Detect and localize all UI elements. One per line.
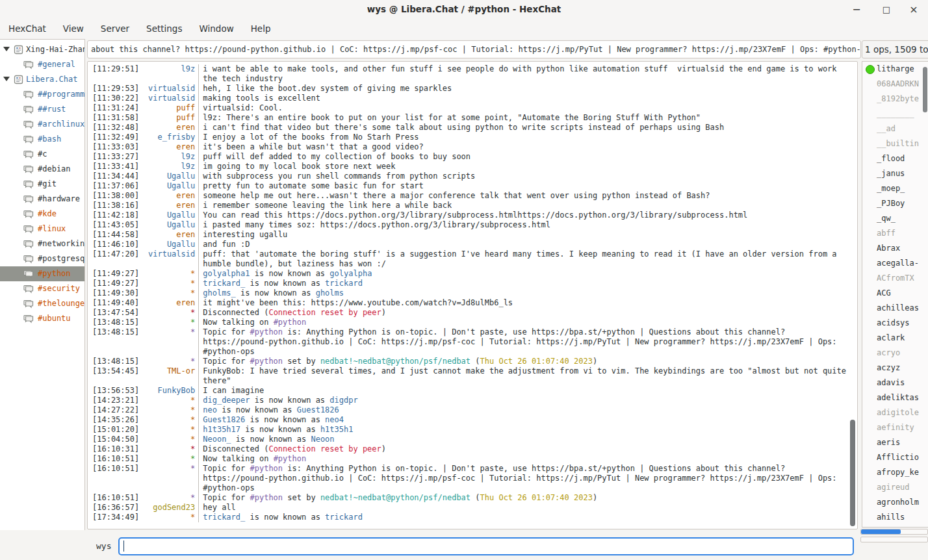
userlist-item-ahmedamer[interactable]: AhmedAmer	[862, 525, 928, 528]
menu-settings[interactable]: Settings	[138, 19, 190, 34]
userlist-item-afflictio[interactable]: Afflictio	[862, 450, 928, 465]
message-nick[interactable]: eren	[139, 142, 195, 152]
userlist-item-adigitole[interactable]: adigitole	[862, 405, 928, 420]
userlist-item-abrax[interactable]: Abrax	[862, 241, 928, 256]
sidebar-item-git[interactable]: #git	[0, 177, 84, 192]
userlist-scrollbar-thumb[interactable]	[923, 67, 927, 112]
userlist-item-litharge[interactable]: litharge	[862, 62, 928, 77]
message-nick[interactable]: eren	[139, 298, 195, 308]
message-link[interactable]: it might've been this: https://www.youtu…	[203, 298, 513, 307]
menu-view[interactable]: View	[55, 19, 92, 34]
userlist-item-adeliktas[interactable]: adeliktas	[862, 390, 928, 405]
chat-scrollbar-thumb[interactable]	[850, 420, 855, 526]
sidebar-item-networking[interactable]: #networking	[0, 236, 84, 251]
sidebar-item-python[interactable]: #python	[0, 266, 84, 281]
sidebar-item-liberachat[interactable]: Libera.Chat	[0, 72, 84, 87]
userlist-item-builtin[interactable]: __builtin	[862, 136, 928, 151]
event-star: *	[139, 464, 195, 474]
message-nick[interactable]: Ugallu	[139, 210, 195, 220]
chat-scrollbar[interactable]	[849, 62, 855, 529]
expander-triangle-icon[interactable]	[3, 47, 10, 51]
message-nick[interactable]: Ugallu	[139, 172, 195, 181]
sidebar-item-kde[interactable]: #kde	[0, 207, 84, 222]
userlist-item-acryo[interactable]: acryo	[862, 346, 928, 361]
message-nick[interactable]: e_frisby	[139, 133, 195, 142]
message-nick[interactable]: eren	[139, 201, 195, 210]
topic-bar[interactable]: about this channel? https://pound-python…	[87, 40, 861, 58]
menu-window[interactable]: Window	[190, 19, 242, 34]
message-link[interactable]: You can read this https://docs.python.or…	[203, 210, 747, 220]
message-nick[interactable]: eren	[139, 123, 195, 133]
message-nick[interactable]: Ugallu	[139, 240, 195, 249]
message-nick[interactable]: virtualsid	[139, 94, 195, 103]
userlist-count[interactable]: 1 ops, 1509 tot	[862, 40, 928, 58]
message-nick[interactable]: eren	[139, 230, 195, 240]
userlist-item-aefinity[interactable]: aefinity	[862, 420, 928, 435]
message-nick[interactable]: FunkyBob	[139, 386, 195, 396]
message-nick[interactable]: virtualsid	[139, 84, 195, 94]
userlist-item-afropyke[interactable]: afropy_ke	[862, 465, 928, 480]
userlist-item-acegalla[interactable]: acegalla-	[862, 256, 928, 271]
sidebar-item-xinghaizhang[interactable]: Xing-Hai-Zhang	[0, 42, 84, 57]
message-link[interactable]: i pasted many times soz: https://docs.py…	[203, 220, 550, 229]
userlist-item-acg[interactable]: ACG	[862, 286, 928, 301]
message-link[interactable]: is: Anything Python is on-topic. | Don't…	[203, 327, 842, 356]
sidebar-item-c[interactable]: #c	[0, 147, 84, 162]
sidebar-item-ubuntu[interactable]: #ubuntu	[0, 311, 84, 326]
message-nick[interactable]: eren	[139, 191, 195, 201]
sidebar-item-archlinux[interactable]: #archlinux	[0, 117, 84, 132]
sidebar-item-programming[interactable]: ##programming	[0, 87, 84, 102]
message-nick[interactable]: l9z	[139, 152, 195, 162]
sidebar-item-hardware[interactable]: #hardware	[0, 192, 84, 207]
close-button[interactable]: ×	[906, 3, 922, 18]
sidebar-item-rust[interactable]: ##rust	[0, 102, 84, 117]
userlist-item-achilleas[interactable]: achilleas	[862, 301, 928, 316]
message-nick[interactable]: puff	[139, 113, 195, 123]
expander-triangle-icon[interactable]	[3, 77, 10, 81]
userlist-item-ad[interactable]: __ad	[862, 121, 928, 136]
userlist-item-adavis[interactable]: adavis	[862, 375, 928, 390]
message-nick[interactable]: puff	[139, 103, 195, 113]
menu-server[interactable]: Server	[92, 19, 138, 34]
userlist-item-agireud[interactable]: agireud	[862, 480, 928, 495]
message-nick[interactable]: Ugallu	[139, 181, 195, 191]
message-nick[interactable]: Ugallu	[139, 220, 195, 230]
sidebar-item-security[interactable]: #security	[0, 281, 84, 296]
userlist-item-[interactable]: ________	[862, 107, 928, 121]
userlist-scrollbar[interactable]	[922, 63, 927, 526]
message-nick[interactable]: l9z	[139, 162, 195, 172]
sidebar-item-postgresql[interactable]: #postgresql	[0, 251, 84, 266]
sidebar-item-linux[interactable]: #linux	[0, 222, 84, 236]
userlist-item-flood[interactable]: _flood	[862, 151, 928, 166]
sidebar-item-general[interactable]: #general	[0, 57, 84, 72]
message-nick[interactable]: godSend23	[139, 503, 195, 513]
userlist-item-janus[interactable]: _janus	[862, 166, 928, 181]
minimize-button[interactable]: −	[849, 3, 864, 18]
maximize-button[interactable]: □	[879, 3, 894, 18]
message-link[interactable]: is: Anything Python is on-topic. | Don't…	[203, 464, 842, 492]
message-nick[interactable]: TML-or	[139, 366, 195, 376]
sidebar-item-bash[interactable]: #bash	[0, 132, 84, 147]
userlist-item-acidsys[interactable]: acidsys	[862, 316, 928, 331]
userlist-item-abff[interactable]: abff	[862, 226, 928, 241]
chat-message-row: [14:23:21]*dig_deeper is now known as di…	[88, 396, 857, 405]
userlist-item-aczyz[interactable]: aczyz	[862, 361, 928, 375]
userlist-item-068aadrkn[interactable]: 068AADRKN	[862, 77, 928, 92]
message-nick[interactable]: l9z	[139, 64, 195, 74]
message-nick[interactable]: virtualsid	[139, 249, 195, 259]
message-input[interactable]	[118, 537, 854, 555]
sidebar-item-debian[interactable]: #debian	[0, 162, 84, 177]
sidebar-item-thelounge[interactable]: #thelounge	[0, 296, 84, 311]
userlist-item-acfromtx[interactable]: ACfromTX	[862, 271, 928, 286]
userlist-item-pjboy[interactable]: _PJBoy	[862, 196, 928, 211]
userlist-item-aclark[interactable]: aclark	[862, 331, 928, 346]
menu-hexchat[interactable]: HexChat	[0, 19, 55, 34]
menu-help[interactable]: Help	[242, 19, 279, 34]
userlist-item-agronholm[interactable]: agronholm	[862, 495, 928, 510]
userlist-item-8192byte[interactable]: _8192byte	[862, 92, 928, 107]
userlist-item-moep[interactable]: _moep_	[862, 181, 928, 196]
message-segment: neo4	[325, 415, 344, 424]
userlist-item-aeris[interactable]: aeris	[862, 435, 928, 450]
userlist-item-ahills[interactable]: ahills	[862, 510, 928, 525]
userlist-item-qw[interactable]: _qw_	[862, 211, 928, 226]
